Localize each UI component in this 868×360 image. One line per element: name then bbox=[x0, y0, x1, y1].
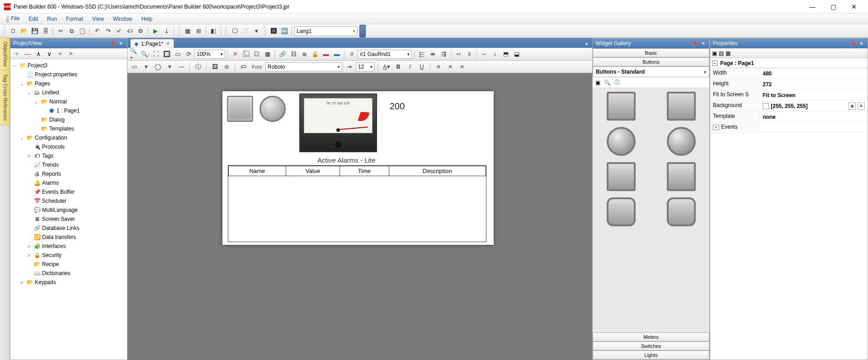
tree-item-1-page1[interactable]: ⬟1 : Page1 bbox=[11, 106, 126, 115]
toolbar-grip[interactable] bbox=[3, 26, 6, 36]
size-v-icon[interactable]: ↕ bbox=[490, 49, 500, 59]
grid-toggle-icon[interactable]: ▦ bbox=[263, 49, 273, 59]
up-icon[interactable]: ∧ bbox=[34, 49, 43, 58]
image-icon[interactable]: 🖼 bbox=[210, 62, 220, 72]
close-tab-icon[interactable]: ✕ bbox=[166, 41, 170, 47]
tree-item-events-buffer[interactable]: 📌Events Buffer bbox=[11, 187, 126, 196]
widget-selector-combo[interactable]: #1 GauRnd1▾ bbox=[358, 50, 412, 59]
shape1-icon[interactable]: ▭ bbox=[129, 62, 139, 72]
snap-icon[interactable]: ⊞ bbox=[193, 26, 203, 36]
gear-icon[interactable]: ⚙ bbox=[136, 26, 146, 36]
widget-alarm-table[interactable]: NameValueTimeDescription bbox=[228, 165, 486, 242]
project-tree[interactable]: −📁Project3🧾Project properties⌄📂Pages⌄🗂Un… bbox=[10, 59, 127, 360]
open-icon[interactable]: 📂 bbox=[19, 26, 29, 36]
tree-item-trends[interactable]: 📈Trends bbox=[11, 160, 126, 169]
tag-icon[interactable]: 🏷 bbox=[125, 26, 135, 36]
prop-row-background[interactable]: Background[255, 255, 255]a+ bbox=[710, 101, 868, 112]
tree-item-dictionaries[interactable]: 📖Dictionaries bbox=[11, 269, 126, 278]
lang2-icon[interactable]: 🔤 bbox=[279, 26, 289, 36]
toolbar-grip[interactable] bbox=[264, 26, 266, 36]
arrange-front-icon[interactable]: ⬒ bbox=[501, 49, 511, 59]
prop-row-events[interactable]: Events bbox=[710, 122, 868, 133]
shape2b-icon[interactable]: ▾ bbox=[165, 62, 175, 72]
tree-item-screen-saver[interactable]: 🖥Screen Saver bbox=[11, 215, 126, 224]
prop-row-width[interactable]: Width480 bbox=[710, 68, 868, 79]
pin-icon[interactable]: 📌 bbox=[691, 40, 698, 47]
shape2-icon[interactable]: ◯ bbox=[153, 62, 163, 72]
toolbar-end-button[interactable] bbox=[359, 25, 366, 37]
gallery-item-round-button-2[interactable] bbox=[667, 127, 696, 156]
pin-icon[interactable]: 📌 bbox=[109, 40, 116, 47]
page-canvas[interactable]: 50 75 100 125 200 Active Alarms - Lite N… bbox=[222, 91, 494, 245]
text-center-icon[interactable]: ≡ bbox=[445, 62, 455, 72]
alarm-col-value[interactable]: Value bbox=[286, 166, 340, 176]
tree-toggle-icon[interactable]: > bbox=[26, 253, 32, 258]
refresh-icon[interactable]: ⟳ bbox=[184, 49, 193, 59]
text-right-icon[interactable]: ≡ bbox=[457, 62, 467, 72]
tree-item-project3[interactable]: −📁Project3 bbox=[11, 61, 126, 70]
menu-help[interactable]: Help bbox=[137, 14, 157, 23]
distribute-h-icon[interactable]: ⇿ bbox=[453, 49, 463, 59]
right-icon[interactable]: ＞ bbox=[66, 49, 75, 58]
sidetab-objectview[interactable]: ObjectView bbox=[0, 38, 9, 70]
close-icon[interactable]: ✕ bbox=[117, 40, 124, 47]
widget-round-button[interactable] bbox=[259, 96, 286, 122]
close-button[interactable]: ✕ bbox=[844, 0, 864, 14]
gallery-tab-buttons[interactable]: Buttons bbox=[593, 57, 709, 66]
lock-icon[interactable]: 🔒 bbox=[310, 49, 320, 59]
tree-toggle-icon[interactable]: > bbox=[26, 154, 32, 159]
help-icon[interactable]: ❔ bbox=[241, 26, 250, 36]
tree-item-scheduler[interactable]: 📅Scheduler bbox=[11, 196, 126, 206]
tree-item-database-links[interactable]: 🔗Database Links bbox=[11, 224, 126, 233]
new-icon[interactable]: 🗋 bbox=[8, 26, 18, 36]
widget-gauge[interactable]: 50 75 100 125 bbox=[299, 94, 377, 152]
tag2-icon[interactable]: 🏷 bbox=[238, 62, 248, 72]
widget-numeric-value[interactable]: 200 bbox=[390, 101, 405, 112]
alarm-col-description[interactable]: Description bbox=[389, 166, 486, 176]
save-icon[interactable]: 💾 bbox=[30, 26, 40, 36]
props-tb-icon-3[interactable]: ▦ bbox=[726, 50, 731, 56]
menu-view[interactable]: View bbox=[88, 14, 108, 23]
zoom-fit-icon[interactable]: ⛶ bbox=[151, 49, 161, 59]
ungroup-icon[interactable]: ⿻ bbox=[252, 49, 262, 59]
tree-toggle-icon[interactable]: ⌄ bbox=[26, 90, 32, 95]
tree-item-keypads[interactable]: >📂Keypads bbox=[11, 278, 126, 287]
gallery-category-combo[interactable]: Buttons - Standard ▾ bbox=[593, 66, 709, 77]
menu-edit[interactable]: Edit bbox=[24, 14, 42, 23]
tree-toggle-icon[interactable]: ⌄ bbox=[33, 99, 39, 104]
gallery-info-icon[interactable]: ⓘ bbox=[614, 79, 620, 86]
tree-toggle-icon[interactable]: ⌄ bbox=[19, 136, 25, 140]
tree-item-alarms[interactable]: 🔔Alarms bbox=[11, 178, 126, 187]
shape1b-icon[interactable]: ▾ bbox=[141, 62, 151, 72]
tree-item-pages[interactable]: ⌄📂Pages bbox=[11, 79, 126, 88]
maximize-button[interactable]: ▢ bbox=[823, 0, 844, 14]
gallery-item-rounded-button-2[interactable] bbox=[667, 197, 696, 226]
close-icon[interactable]: ✕ bbox=[858, 40, 865, 47]
left-icon[interactable]: ＜ bbox=[56, 49, 65, 58]
tree-item-project-properties[interactable]: 🧾Project properties bbox=[11, 70, 126, 79]
align-left-icon[interactable]: ⬱ bbox=[417, 49, 427, 59]
arrange-back-icon[interactable]: ⬓ bbox=[512, 49, 522, 59]
toolbar-grip[interactable] bbox=[178, 26, 180, 36]
font-size-combo[interactable]: 12▾ bbox=[356, 62, 375, 71]
tree-toggle-icon[interactable]: > bbox=[26, 244, 32, 249]
menu-file[interactable]: File bbox=[2, 14, 24, 24]
tree-item-data-transfers[interactable]: 🔁Data transfers bbox=[11, 233, 126, 242]
validate-icon[interactable]: ✔ bbox=[114, 26, 124, 36]
link-icon[interactable]: 🔗 bbox=[278, 49, 288, 59]
tree-item-tags[interactable]: >🏷Tags bbox=[11, 151, 126, 160]
layer-icon[interactable]: ≣ bbox=[299, 49, 309, 59]
group-icon[interactable]: ⿺ bbox=[241, 49, 251, 59]
menu-window[interactable]: Window bbox=[108, 14, 137, 23]
style2-icon[interactable]: ▬ bbox=[332, 49, 342, 59]
gallery-item-rounded-button-1[interactable] bbox=[607, 197, 636, 226]
alarm-col-name[interactable]: Name bbox=[229, 166, 286, 176]
align-center-icon[interactable]: ⇼ bbox=[428, 49, 438, 59]
add-icon[interactable]: ＋ bbox=[12, 49, 21, 58]
tree-item-security[interactable]: >🔒Security bbox=[11, 251, 126, 260]
tree-toggle-icon[interactable]: > bbox=[19, 280, 25, 285]
bold-icon[interactable]: B bbox=[393, 62, 403, 72]
zoom-page-icon[interactable]: ▭ bbox=[173, 49, 183, 59]
tree-item-configuration[interactable]: ⌄📂Configuration bbox=[11, 133, 126, 142]
lang-icon[interactable]: 🅰 bbox=[269, 26, 278, 36]
